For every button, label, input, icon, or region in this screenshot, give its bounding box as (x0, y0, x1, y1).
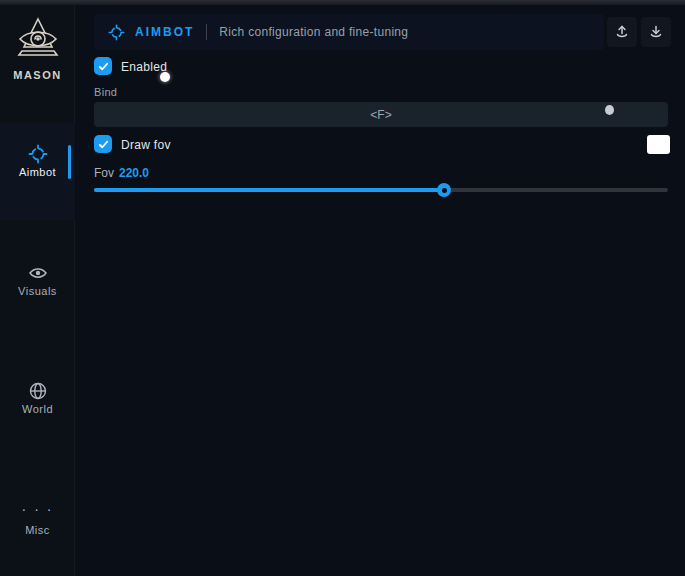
crosshair-icon (108, 24, 125, 41)
sidebar-item-world[interactable]: World (0, 381, 75, 415)
sidebar-item-label: Misc (0, 524, 75, 536)
logo-text: MASON (0, 69, 75, 81)
import-config-button[interactable] (641, 17, 671, 47)
pyramid-eye-logo-icon (0, 15, 75, 65)
export-config-button[interactable] (607, 17, 637, 47)
fov-slider-fill (94, 188, 444, 192)
fov-slider[interactable] (94, 188, 668, 192)
fov-label: Fov (94, 166, 114, 180)
fov-value: 220.0 (119, 166, 149, 180)
app-logo: MASON (0, 15, 75, 81)
draw-fov-label: Draw fov (121, 138, 171, 152)
sidebar-item-misc[interactable]: · · · Misc (0, 502, 75, 536)
enabled-label: Enabled (121, 60, 167, 74)
fov-slider-handle[interactable] (437, 183, 451, 197)
sidebar-item-label: Aimbot (0, 166, 75, 178)
header-divider (206, 24, 207, 40)
fov-value-row: Fov220.0 (94, 166, 149, 180)
window-top-edge (0, 0, 685, 5)
page-title: AIMBOT (135, 25, 194, 39)
upload-icon (614, 24, 630, 40)
mason-window: MASON Aimbot (0, 0, 685, 576)
eye-icon (0, 263, 75, 283)
download-icon (648, 24, 664, 40)
bind-label: Bind (94, 86, 117, 98)
bind-field-dot (605, 105, 614, 115)
sidebar-item-visuals[interactable]: Visuals (0, 263, 75, 297)
ellipsis-icon: · · · (0, 502, 75, 522)
sidebar-item-label: World (0, 403, 75, 415)
sidebar: MASON Aimbot (0, 5, 75, 576)
fov-color-swatch[interactable] (647, 135, 670, 154)
bind-value: <F> (370, 108, 391, 122)
enabled-checkbox[interactable] (94, 57, 112, 75)
check-icon (98, 61, 109, 72)
bind-keybind-field[interactable]: <F> (94, 102, 668, 127)
mouse-cursor-dot (160, 72, 170, 82)
sidebar-item-label: Visuals (0, 285, 75, 297)
sidebar-item-aimbot[interactable]: Aimbot (0, 144, 75, 178)
crosshair-icon (0, 144, 75, 164)
page-subtitle: Rich configuration and fine-tuning (219, 25, 408, 39)
check-icon (98, 139, 109, 150)
globe-icon (0, 381, 75, 401)
draw-fov-checkbox[interactable] (94, 135, 112, 153)
section-header: AIMBOT Rich configuration and fine-tunin… (94, 14, 604, 50)
